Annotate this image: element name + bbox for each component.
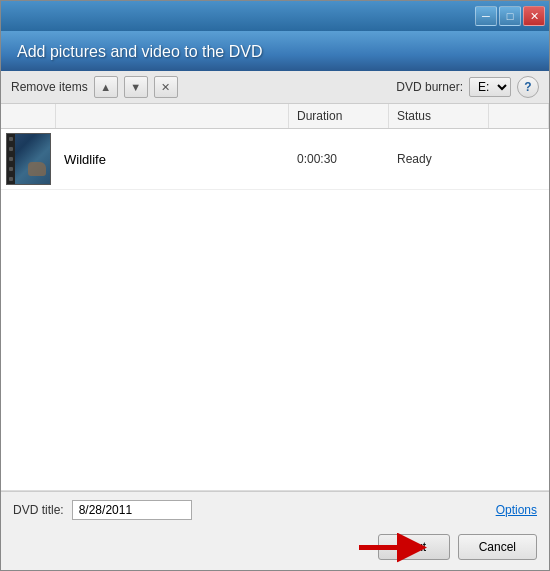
close-icon: ✕ [530,10,539,23]
toolbar: Remove items ▲ ▼ ✕ DVD burner: E: ? [1,71,549,104]
maximize-button[interactable]: □ [499,6,521,26]
table-header: Duration Status [1,104,549,129]
thumb-content [7,134,50,184]
help-icon: ? [524,80,531,94]
remove-items-label: Remove items [11,80,88,94]
arrow-indicator [354,533,434,566]
help-button[interactable]: ? [517,76,539,98]
extra-cell [489,154,549,164]
film-hole [9,147,13,151]
dvd-burner-label: DVD burner: [396,80,463,94]
dvd-burner-select[interactable]: E: [469,77,511,97]
thumbnail-cell [1,129,56,189]
col-status: Status [389,104,489,128]
video-status: Ready [389,147,489,171]
maximize-icon: □ [507,10,514,22]
bottom-section: DVD title: Options Next Cancel [1,491,549,570]
close-button[interactable]: ✕ [523,6,545,26]
remove-button[interactable]: ✕ [154,76,178,98]
minimize-button[interactable]: ─ [475,6,497,26]
title-bar-controls: ─ □ ✕ [475,6,545,26]
col-duration: Duration [289,104,389,128]
main-window: ─ □ ✕ Add pictures and video to the DVD … [0,0,550,571]
film-hole [9,157,13,161]
toolbar-right: DVD burner: E: ? [396,76,539,98]
button-row: Next Cancel [1,528,549,570]
video-thumbnail [6,133,51,185]
dvd-title-left: DVD title: [13,500,192,520]
col-thumb [1,104,56,128]
minimize-icon: ─ [482,10,490,22]
toolbar-left: Remove items ▲ ▼ ✕ [11,76,178,98]
film-strip [7,134,15,184]
video-name: Wildlife [56,147,289,172]
film-hole [9,177,13,181]
title-bar: ─ □ ✕ [1,1,549,31]
table-row[interactable]: Wildlife 0:00:30 Ready [1,129,549,190]
remove-icon: ✕ [161,81,170,94]
dvd-title-row: DVD title: Options [1,492,549,528]
film-hole [9,137,13,141]
thumb-animal [28,162,46,176]
dvd-title-label: DVD title: [13,503,64,517]
col-name [56,104,289,128]
video-table: Duration Status [1,104,549,491]
move-down-button[interactable]: ▼ [124,76,148,98]
move-up-button[interactable]: ▲ [94,76,118,98]
arrow-icon [354,533,434,563]
cancel-button[interactable]: Cancel [458,534,537,560]
page-title: Add pictures and video to the DVD [17,43,533,61]
col-extra [489,104,549,128]
video-duration: 0:00:30 [289,147,389,171]
options-link[interactable]: Options [496,503,537,517]
dvd-title-input[interactable] [72,500,192,520]
header-area: Add pictures and video to the DVD [1,31,549,71]
film-hole [9,167,13,171]
